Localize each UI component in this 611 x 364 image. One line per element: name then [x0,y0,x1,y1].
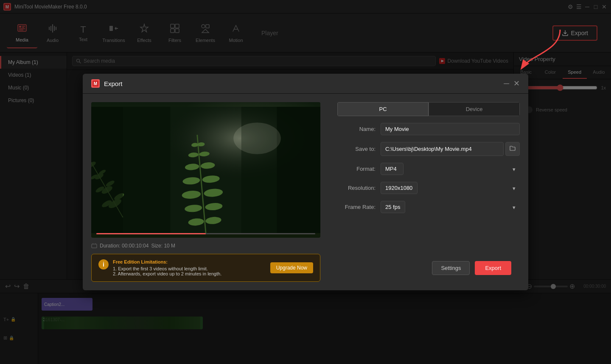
browse-folder-button[interactable] [505,142,520,156]
modal-header: M Export ─ ✕ [83,74,528,94]
resolution-row: Resolution: 1920x1080 1280x720 854x480 3… [337,182,520,194]
size-info: Size: 10 M [151,243,175,249]
export-modal: M Export ─ ✕ [83,74,528,290]
format-row: Format: MP4 AVI MOV WMV MKV [337,163,520,175]
export-options-section: PC Device Name: Save to: [329,94,528,290]
video-preview-svg [91,102,320,238]
svg-rect-57 [91,107,123,233]
modal-footer: Settings Export [337,254,520,282]
frame-rate-label: Frame Rate: [337,204,376,210]
notice-icon: i [98,259,109,270]
resolution-select-wrapper: 1920x1080 1280x720 854x480 3840x2160 [381,182,520,194]
resolution-label: Resolution: [337,185,376,191]
notice-line1: 1. Export the first 3 videos without len… [113,266,266,271]
upgrade-button[interactable]: Upgrade Now [270,262,313,273]
name-label: Name: [337,126,376,132]
name-input[interactable] [381,123,520,135]
tab-device[interactable]: Device [429,102,520,116]
modal-minimize-button[interactable]: ─ [504,79,509,88]
save-to-field [381,142,520,156]
video-progress-bar [96,233,315,234]
notice-box: i Free Edition Limitations: 1. Export th… [91,254,320,282]
save-to-input[interactable] [381,142,504,156]
svg-text:M: M [94,81,97,86]
video-frame [91,102,320,238]
modal-body: Duration: 00:00:10:04 Size: 10 M i Free … [83,94,528,290]
save-to-label: Save to: [337,146,376,152]
duration-info: Duration: 00:00:10:04 [100,243,149,249]
notice-text: Free Edition Limitations: 1. Export the … [113,259,266,276]
modal-icon: M [91,79,100,88]
frame-rate-row: Frame Rate: 25 fps 30 fps 60 fps 24 fps [337,201,520,213]
svg-rect-59 [92,244,97,248]
svg-rect-56 [277,107,320,233]
pc-tab-label: PC [379,106,387,112]
video-progress-fill [96,233,206,234]
svg-point-58 [233,122,281,154]
device-tab-label: Device [466,106,483,112]
tab-pc[interactable]: PC [337,102,429,116]
export-action-button[interactable]: Export [475,261,511,275]
format-label: Format: [337,166,376,172]
settings-button[interactable]: Settings [432,261,470,275]
pc-device-tabs: PC Device [337,102,520,116]
frame-rate-select-wrapper: 25 fps 30 fps 60 fps 24 fps [381,201,520,213]
format-select-wrapper: MP4 AVI MOV WMV MKV [381,163,520,175]
modal-backdrop: M Export ─ ✕ [0,0,611,364]
format-select[interactable]: MP4 AVI MOV WMV MKV [381,163,404,175]
video-info-icon [91,243,97,249]
modal-close-button[interactable]: ✕ [513,79,520,88]
frame-rate-select[interactable]: 25 fps 30 fps 60 fps 24 fps [381,201,405,213]
notice-title: Free Edition Limitations: [113,259,266,264]
video-info: Duration: 00:00:10:04 Size: 10 M [91,243,320,249]
name-row: Name: [337,123,520,135]
save-to-row: Save to: [337,142,520,156]
modal-title: Export [104,80,499,87]
notice-line2: 2. Afterwards, export video up to 2 minu… [113,271,266,276]
folder-icon [509,145,516,152]
video-preview-section: Duration: 00:00:10:04 Size: 10 M i Free … [83,94,329,290]
resolution-select[interactable]: 1920x1080 1280x720 854x480 3840x2160 [381,182,418,194]
